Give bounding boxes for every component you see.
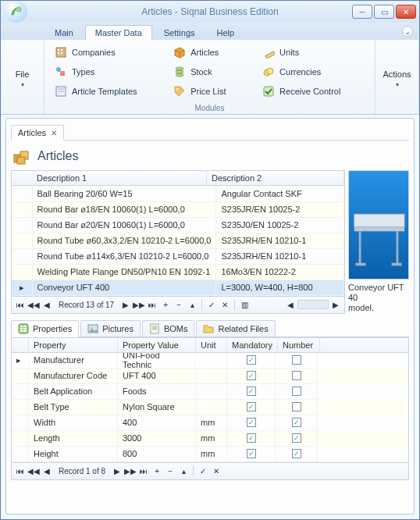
tab-help[interactable]: Help	[207, 25, 245, 40]
subtab-boms[interactable]: BOMs	[142, 320, 195, 337]
maximize-button[interactable]: ▭	[374, 5, 394, 19]
scrollbar-horizontal[interactable]	[297, 300, 329, 309]
subtab-properties[interactable]: Properties	[11, 320, 79, 337]
property-row[interactable]: Length3000mm✓✓	[12, 431, 408, 447]
svg-rect-30	[20, 326, 23, 327]
ribbon-item-price-list[interactable]: Price List	[169, 82, 254, 101]
nav-prevpage[interactable]: ◀◀	[27, 465, 40, 477]
checkbox[interactable]	[292, 371, 301, 380]
table-row[interactable]: Round Bar ø18/EN 10060(1) L=6000,0S235JR…	[12, 201, 344, 217]
property-row[interactable]: Belt TypeNylon Square✓	[12, 400, 408, 415]
subtab-related-files[interactable]: Related Files	[196, 320, 275, 337]
nav-edit[interactable]: ▴	[186, 298, 198, 311]
property-row[interactable]: Height800mm✓✓	[12, 447, 408, 462]
cell-property: Length	[29, 431, 118, 447]
cell-property-value[interactable]: 3000	[118, 431, 196, 447]
nav-first[interactable]: ⏮	[14, 465, 27, 477]
table-row[interactable]: Round Bar ø20/EN 10060(1) L=6000,0S235J0…	[12, 217, 344, 233]
nav-prev[interactable]: ◀	[41, 465, 53, 477]
ribbon-item-articles[interactable]: Articles	[169, 43, 254, 62]
nav-add[interactable]: +	[151, 465, 163, 477]
close-button[interactable]: ✕	[396, 5, 416, 19]
file-button[interactable]: File ▾	[4, 41, 41, 92]
ribbon-item-units[interactable]: Units	[258, 43, 368, 62]
table-row[interactable]: Ball Bearing 20/60 W=15Angular Contact S…	[12, 186, 344, 201]
nav-next[interactable]: ▶	[119, 298, 132, 311]
checkbox[interactable]: ✓	[247, 402, 256, 411]
ribbon-item-receive-control[interactable]: Receive Control	[258, 82, 368, 101]
nav-save[interactable]: ✓	[197, 465, 209, 477]
close-tab-icon[interactable]: ✕	[51, 129, 57, 137]
nav-save[interactable]: ✓	[205, 298, 218, 311]
col-property-value[interactable]: Property Value	[118, 338, 196, 352]
ribbon-item-stock[interactable]: Stock	[169, 62, 254, 81]
doc-tab-articles[interactable]: Articles ✕	[11, 125, 64, 141]
nav-prevpage[interactable]: ◀◀	[27, 298, 40, 311]
ribbon-item-companies[interactable]: Companies	[51, 43, 165, 62]
checkbox[interactable]: ✓	[247, 386, 256, 396]
properties-grid-body[interactable]: ▸ManufacturerUNI-Food Technic✓Manufactur…	[12, 353, 408, 462]
col-description1[interactable]: Description 1	[32, 171, 207, 185]
checkbox[interactable]	[292, 402, 301, 411]
table-row[interactable]: Round Tube ø114x6,3/EN 10210-2 L=6000,0S…	[12, 248, 344, 264]
property-row[interactable]: Belt ApplicationFoods✓	[12, 384, 408, 400]
col-number[interactable]: Number	[278, 338, 320, 352]
ribbon-item-currencies[interactable]: Currencies	[258, 62, 368, 81]
cell-property-value[interactable]: UNI-Food Technic	[118, 353, 196, 369]
nav-remove[interactable]: −	[173, 298, 185, 311]
checkbox[interactable]: ✓	[247, 371, 256, 380]
table-row[interactable]: ▸Conveyor UFT 400L=3000, W=400, H=800	[12, 280, 344, 295]
checkbox[interactable]: ✓	[247, 449, 256, 458]
box-icon	[173, 46, 186, 59]
checkbox[interactable]: ✓	[247, 433, 256, 443]
nav-cancel[interactable]: ✕	[219, 298, 231, 311]
minimize-button[interactable]: ─	[352, 5, 372, 19]
ribbon-item-article-templates[interactable]: Article Templates	[51, 82, 165, 101]
preview-image[interactable]	[348, 170, 409, 280]
nav-remove[interactable]: −	[164, 465, 176, 477]
checkbox[interactable]	[292, 355, 301, 365]
nav-add[interactable]: +	[159, 298, 172, 311]
tab-master-data[interactable]: Master Data	[85, 25, 152, 40]
articles-grid-body[interactable]: Ball Bearing 20/60 W=15Angular Contact S…	[12, 186, 344, 296]
ribbon-item-types[interactable]: Types	[51, 62, 165, 81]
cell-property-value[interactable]: Nylon Square	[118, 400, 196, 415]
tab-settings[interactable]: Settings	[154, 25, 205, 40]
subtab-pictures[interactable]: Pictures	[80, 320, 141, 337]
cell-property-value[interactable]: 400	[118, 415, 196, 431]
nav-prev[interactable]: ◀	[41, 298, 53, 311]
cell-property-value[interactable]: Foods	[118, 384, 196, 400]
nav-nextpage[interactable]: ▶▶	[124, 465, 137, 477]
col-unit[interactable]: Unit	[196, 338, 227, 352]
cell-property-value[interactable]: 800	[118, 447, 196, 462]
col-description2[interactable]: Description 2	[207, 171, 344, 185]
app-menu-orb[interactable]	[5, 1, 27, 23]
property-row[interactable]: ▸ManufacturerUNI-Food Technic✓	[12, 353, 408, 369]
collapse-ribbon-button[interactable]: ⌄	[402, 26, 413, 37]
nav-nextpage[interactable]: ▶▶	[133, 298, 145, 311]
checkbox[interactable]: ✓	[292, 418, 301, 427]
nav-last[interactable]: ⏭	[146, 298, 158, 311]
nav-scroll-left[interactable]: ◀	[284, 298, 297, 311]
checkbox[interactable]: ✓	[292, 433, 301, 443]
property-row[interactable]: Manufacturer CodeUFT 400✓	[12, 369, 408, 384]
nav-scroll-right[interactable]: ▶	[329, 298, 342, 311]
nav-next[interactable]: ▶	[111, 465, 123, 477]
nav-edit[interactable]: ▴	[177, 465, 190, 477]
table-row[interactable]: Round Tube ø60,3x3,2/EN 10210-2 L=6000,0…	[12, 233, 344, 248]
cell-property-value[interactable]: UFT 400	[118, 369, 196, 384]
nav-first[interactable]: ⏮	[14, 298, 27, 311]
col-property[interactable]: Property	[29, 338, 118, 352]
nav-columns[interactable]: ▥	[238, 298, 251, 311]
checkbox[interactable]	[292, 386, 301, 396]
actions-button[interactable]: Actions ▾	[379, 41, 416, 92]
checkbox[interactable]: ✓	[292, 449, 301, 458]
tab-main[interactable]: Main	[44, 25, 84, 40]
col-mandatory[interactable]: Mandatory	[227, 338, 278, 352]
nav-cancel[interactable]: ✕	[210, 465, 222, 477]
nav-last[interactable]: ⏭	[137, 465, 150, 477]
checkbox[interactable]: ✓	[247, 418, 256, 427]
checkbox[interactable]: ✓	[247, 355, 256, 365]
table-row[interactable]: Welding Plate Flange DN50/PN10 EN 1092-1…	[12, 264, 344, 280]
property-row[interactable]: Width400mm✓✓	[12, 415, 408, 431]
